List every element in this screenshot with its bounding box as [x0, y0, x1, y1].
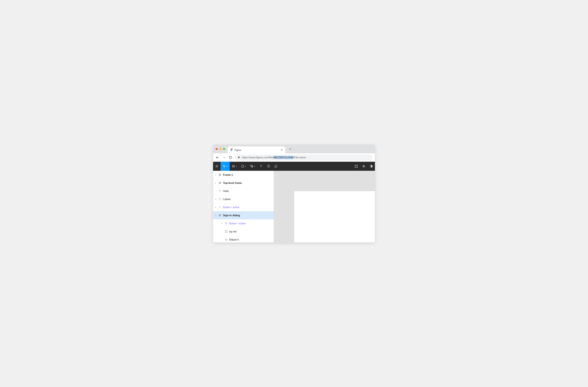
- layer-row-signin[interactable]: ▾Sign-in dialog: [213, 211, 273, 219]
- svg-rect-9: [242, 165, 244, 167]
- window-controls: [215, 148, 225, 150]
- figma-toolbar: ▾ ▾ ▾ ▾: [213, 162, 375, 171]
- svg-point-14: [355, 165, 356, 166]
- frame-icon: [218, 182, 221, 184]
- main-area: ▸Frame 1▸Top-level frame▸Hello▸Labels▸Bu…: [213, 171, 375, 242]
- layer-row-toplevel[interactable]: ▸Top-level frame: [213, 179, 273, 187]
- layer-label: bg red: [229, 230, 237, 233]
- nav-forward-button[interactable]: [222, 156, 226, 159]
- layer-label: Hello: [223, 190, 229, 193]
- components-button[interactable]: [360, 162, 367, 171]
- comment-tool[interactable]: [272, 162, 280, 171]
- canvas[interactable]: [274, 171, 375, 242]
- chevron-down-icon: ▾: [254, 166, 255, 167]
- canvas-artboard[interactable]: [294, 191, 375, 242]
- nav-reload-button[interactable]: [229, 156, 232, 159]
- close-window-button[interactable]: [215, 148, 218, 150]
- pen-tool[interactable]: ▾: [248, 162, 257, 171]
- svg-rect-29: [219, 198, 221, 200]
- layer-label: Button / active: [223, 206, 239, 209]
- layer-label: Button / active: [229, 222, 246, 225]
- hand-tool[interactable]: [265, 162, 272, 171]
- layers-panel: ▸Frame 1▸Top-level frame▸Hello▸Labels▸Bu…: [213, 171, 274, 242]
- browser-tabbar: Figma ✕ ＋: [213, 145, 375, 153]
- layer-label: Top-level frame: [223, 181, 242, 184]
- lock-icon: [238, 156, 240, 159]
- zoom-window-button[interactable]: [223, 148, 225, 150]
- nav-back-button[interactable]: [215, 156, 219, 159]
- svg-rect-34: [225, 222, 227, 224]
- component-icon: [218, 206, 221, 208]
- layer-row-frame1[interactable]: ▸Frame 1: [213, 171, 273, 179]
- browser-addressbar: https://www.figma.com/file/ABCDEFG12345/…: [213, 153, 375, 162]
- layer-label: Labels: [223, 198, 231, 201]
- layer-row-bgred[interactable]: ▸bg red: [213, 227, 273, 236]
- url-text: https://www.figma.com/file/ABCDEFG12345/…: [242, 156, 306, 159]
- shape-tool[interactable]: ▾: [239, 162, 248, 171]
- chevron-down-icon: ▾: [245, 166, 246, 167]
- frame-icon: [218, 214, 221, 216]
- new-tab-button[interactable]: ＋: [287, 146, 293, 152]
- main-menu-button[interactable]: [213, 162, 221, 171]
- layer-label: Ellipse 5: [229, 238, 239, 241]
- chevron-right-icon[interactable]: ▸: [215, 182, 217, 184]
- rect-icon: [225, 230, 228, 233]
- svg-point-10: [251, 166, 252, 166]
- svg-point-16: [355, 167, 356, 168]
- chevron-down-icon: ▾: [236, 166, 237, 167]
- svg-rect-13: [355, 165, 357, 167]
- chevron-right-icon[interactable]: ▸: [221, 222, 223, 224]
- ellipse-icon: [225, 238, 228, 241]
- text-icon: [218, 190, 221, 192]
- frame-tool[interactable]: ▾: [230, 162, 239, 171]
- move-tool[interactable]: ▾: [221, 162, 230, 171]
- layer-row-hello[interactable]: ▸Hello: [213, 187, 273, 195]
- address-input[interactable]: https://www.figma.com/file/ABCDEFG12345/…: [235, 155, 373, 160]
- chevron-right-icon[interactable]: ▸: [215, 198, 217, 200]
- close-tab-button[interactable]: ✕: [280, 149, 283, 151]
- layer-row-btnB[interactable]: ▸Button / active: [213, 219, 273, 227]
- layer-row-btnA[interactable]: ▸Button / active: [213, 203, 273, 211]
- svg-point-15: [357, 165, 357, 166]
- svg-point-36: [225, 239, 227, 240]
- layer-row-labels[interactable]: ▸Labels: [213, 195, 273, 203]
- minimize-window-button[interactable]: [219, 148, 221, 150]
- browser-window: Figma ✕ ＋ https://www.figma.com/file/ABC…: [213, 145, 375, 242]
- chevron-down-icon[interactable]: ▾: [215, 214, 217, 216]
- svg-rect-35: [225, 231, 227, 232]
- text-tool[interactable]: [257, 162, 265, 171]
- chevron-down-icon: ▾: [227, 166, 228, 167]
- chevron-right-icon[interactable]: ▸: [215, 206, 217, 208]
- layer-label: Sign-in dialog: [223, 214, 240, 217]
- resources-button[interactable]: [353, 162, 360, 171]
- view-mode-button[interactable]: [367, 162, 375, 171]
- svg-point-17: [357, 167, 357, 168]
- frame-icon: [218, 173, 221, 176]
- browser-tab[interactable]: Figma ✕: [228, 147, 285, 153]
- figma-favicon-icon: [230, 149, 233, 151]
- tab-title: Figma: [234, 149, 279, 151]
- layer-label: Frame 1: [223, 173, 233, 176]
- instance-icon: [225, 222, 228, 225]
- group-icon: [218, 198, 221, 200]
- layer-row-ellipse5[interactable]: ▸Ellipse 5: [213, 236, 273, 242]
- chevron-right-icon[interactable]: ▸: [215, 174, 217, 176]
